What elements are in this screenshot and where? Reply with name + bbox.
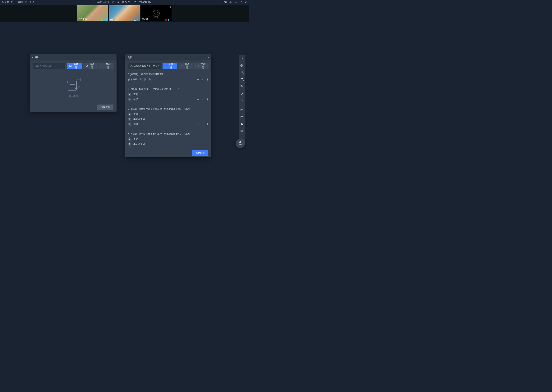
shortanswer-button[interactable]: T 简答题 (99, 63, 114, 69)
volume-bars-icon (106, 18, 107, 21)
panel-title: 测验 (35, 56, 39, 59)
move-icon[interactable] (197, 123, 199, 126)
hand-icon (239, 140, 242, 144)
svg-point-31 (241, 85, 241, 86)
quiz-name-input[interactable] (128, 63, 161, 69)
user-icon[interactable] (240, 122, 244, 126)
option-text: 错误 (133, 98, 138, 101)
svg-point-13 (86, 65, 88, 67)
quiz-name-input[interactable] (33, 63, 65, 69)
mic-muted-icon (165, 19, 167, 21)
move-icon[interactable] (197, 78, 199, 81)
question-item: 1 [简答题] 一年四季分别是哪四季?参考答案：春、夏、秋、冬 (128, 72, 209, 84)
maximize-icon[interactable] (240, 1, 242, 3)
svg-point-22 (78, 79, 79, 80)
svg-point-28 (242, 58, 242, 59)
option-text: 错误 (133, 123, 138, 126)
gear-icon[interactable] (229, 1, 232, 4)
question-item: 3 [单选题] 施华洛世奇是反华品牌，所以梁鼎琪反华。 （2分）A正确B不完全正… (128, 106, 209, 129)
shortanswer-button[interactable]: T 简答题 (194, 63, 209, 69)
folder-icon[interactable] (240, 108, 244, 112)
trash-icon[interactable] (206, 78, 209, 81)
close-icon[interactable]: × (113, 56, 115, 59)
brightness-icon[interactable] (240, 98, 244, 102)
question-item: 4 [多选题] 施华洛世奇是反华品牌，所以梁鼎琪反华。 （2分）A是的B不完全正… (128, 131, 209, 148)
question-title: 2 [判断题] 我国宪法上一次更新是在2020年。 （2分） (128, 87, 209, 91)
quiz-panel-empty: ‹ 测验 × 判断题 选择题 T 简答题 (30, 54, 116, 112)
svg-point-36 (241, 130, 241, 131)
option-badge: B (128, 142, 131, 146)
question-title: 4 [多选题] 施华洛世奇是反华品牌，所以梁鼎琪反华。 （2分） (128, 132, 209, 135)
eraser-icon[interactable] (240, 91, 244, 95)
trash-icon[interactable] (206, 123, 209, 126)
text-tool-icon[interactable]: T (240, 77, 244, 81)
svg-text:T: T (102, 65, 103, 67)
svg-rect-8 (138, 19, 138, 20)
choice-button[interactable]: 选择题 (83, 63, 98, 69)
target-icon (101, 18, 103, 21)
camera-off-icon (153, 10, 160, 17)
option-badge: B (128, 98, 131, 101)
checkbox-icon (69, 65, 72, 67)
option-text: 正确 (133, 113, 138, 116)
cursor-icon[interactable] (240, 57, 244, 61)
text-icon: T (196, 65, 199, 67)
svg-point-7 (135, 19, 135, 20)
minimize-icon[interactable] (235, 1, 237, 3)
edit-icon[interactable] (201, 78, 204, 81)
video-tile[interactable]: 叮当老师 (77, 5, 108, 21)
panel-title: 测验 (128, 56, 132, 59)
svg-point-34 (241, 123, 242, 124)
participant-name: 叮当老师 (78, 18, 87, 21)
save-quiz-button[interactable]: 保存试卷 (192, 150, 208, 156)
option-text: 是的 (133, 138, 138, 141)
text-icon: T (102, 65, 104, 67)
option-badge: C (128, 123, 131, 126)
svg-rect-5 (104, 19, 105, 20)
move-icon[interactable] (197, 98, 199, 101)
question-item: 2 [判断题] 我国宪法上一次更新是在2020年。 （2分）A正确B错误 (128, 86, 209, 104)
edit-icon[interactable] (201, 123, 204, 126)
move-icon[interactable] (240, 63, 244, 67)
mic-icon (104, 19, 106, 21)
tile-close-icon[interactable]: × (169, 6, 171, 8)
trash-icon[interactable] (206, 98, 209, 101)
class-title: 神秘大自然 (97, 1, 109, 4)
svg-point-4 (102, 19, 102, 20)
svg-point-21 (77, 79, 78, 80)
option-text: 正确 (133, 93, 138, 96)
svg-rect-12 (70, 65, 72, 67)
participant-name: Nina (110, 19, 115, 21)
tile-close-icon[interactable]: × (138, 6, 139, 8)
chat-icon[interactable] (240, 129, 244, 133)
question-title: 3 [单选题] 施华洛世奇是反华品牌，所以梁鼎琪反华。 （2分） (128, 107, 209, 111)
session-id-label: ID：2020070324 (134, 1, 152, 4)
packet-loss-label: 丢包率：0% (2, 1, 14, 4)
checkbox-icon (165, 65, 167, 67)
pen-icon[interactable] (240, 70, 244, 74)
video-tile[interactable]: × Nina (109, 5, 140, 21)
participant-name: 王小明 (142, 18, 148, 21)
option-badge: A (128, 93, 131, 96)
answer-text: 参考答案：春、夏、秋、冬 (128, 78, 156, 81)
camera-icon[interactable] (224, 1, 226, 3)
close-icon[interactable]: × (208, 56, 209, 59)
panel-header: ‹ 测验 × (30, 54, 116, 61)
svg-point-23 (79, 79, 80, 80)
empty-state: 暂无试题 (33, 72, 114, 103)
scissors-icon[interactable] (240, 84, 244, 88)
close-icon[interactable] (245, 1, 247, 3)
option-text: 不完全正确 (133, 143, 145, 146)
truefalse-button[interactable]: 判断题 (163, 63, 177, 69)
save-quiz-button[interactable]: 保存试卷 (97, 105, 113, 110)
hand-raise-button[interactable]: 0/2 (236, 139, 245, 148)
video-tile[interactable]: × 王小明 (141, 5, 172, 21)
volume-bars-icon (170, 18, 170, 21)
truefalse-button[interactable]: 判断题 (67, 63, 82, 69)
edit-icon[interactable] (201, 98, 204, 101)
choice-button[interactable]: 选择题 (178, 63, 193, 69)
toolbox-icon[interactable] (240, 115, 244, 119)
back-icon[interactable]: ‹ (32, 56, 33, 59)
svg-point-38 (242, 130, 243, 131)
hand-count: 0/2 (239, 144, 242, 146)
